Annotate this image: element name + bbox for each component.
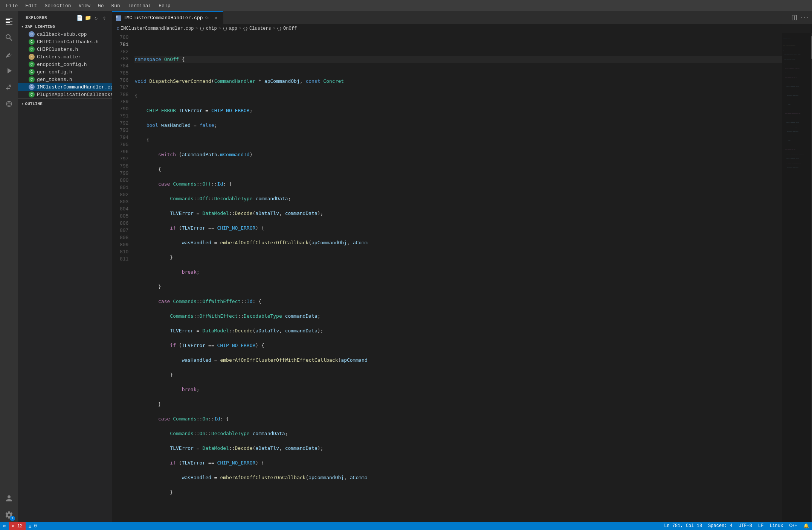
- source-control-activity-icon[interactable]: [2, 47, 16, 61]
- menu-edit[interactable]: Edit: [22, 2, 40, 9]
- new-folder-button[interactable]: 📁: [84, 14, 91, 21]
- language-status[interactable]: C++: [786, 522, 800, 530]
- outline-section: › OUTLINE: [18, 98, 112, 109]
- line-num-784: 784: [120, 62, 128, 70]
- file-endpoint-config[interactable]: C endpoint_config.h: [18, 61, 112, 68]
- code-line-811: }: [134, 489, 782, 496]
- breadcrumb-sep1: >: [195, 26, 198, 31]
- tab-im-cluster-command-handler[interactable]: C IMClusterCommandHandler.cpp 9+ ✕: [112, 11, 223, 24]
- file-im-cluster-command-handler[interactable]: C IMClusterCommandHandler.cpp 9+: [18, 83, 112, 91]
- code-line-801: if (TLVError == CHIP_NO_ERROR) {: [134, 342, 782, 349]
- code-line-797: }: [134, 283, 782, 290]
- file-label: Clusters.matter: [37, 54, 81, 60]
- code-line-804: break;: [134, 386, 782, 393]
- line-num-796: 796: [120, 148, 128, 155]
- outline-header[interactable]: › OUTLINE: [18, 100, 112, 108]
- code-line-792: TLVError = DataModel::Decode(aDataTlv, c…: [134, 210, 782, 217]
- extensions-activity-icon[interactable]: [2, 81, 16, 94]
- new-file-button[interactable]: 📄: [76, 14, 83, 21]
- encoding-status[interactable]: UTF-8: [736, 522, 755, 530]
- line-numbers: 780 781 782 783 784 785 786 787 788 789 …: [112, 33, 133, 522]
- code-line-795: }: [134, 254, 782, 261]
- file-icon-matter: ≡: [29, 54, 35, 60]
- menu-help[interactable]: Help: [156, 2, 173, 9]
- menubar: File Edit Selection View Go Run Terminal…: [0, 0, 812, 11]
- file-label: PluginApplicationCallbacks.h: [37, 92, 112, 97]
- line-num-799: 799: [120, 170, 128, 177]
- sidebar-actions: 📄 📁 ↻ ⇕: [76, 14, 108, 21]
- file-callback-stub[interactable]: C callback-stub.cpp: [18, 30, 112, 38]
- file-label: gen_tokens.h: [37, 77, 72, 82]
- tab-label: IMClusterCommandHandler.cpp: [124, 15, 203, 21]
- menu-run[interactable]: Run: [108, 2, 123, 9]
- menu-terminal[interactable]: Terminal: [125, 2, 154, 9]
- breadcrumb-sep3: >: [239, 26, 241, 31]
- line-num-789: 789: [120, 98, 128, 105]
- breadcrumb: C IMClusterCommandHandler.cpp > {} chip …: [112, 24, 812, 33]
- outline-label: OUTLINE: [25, 102, 43, 106]
- cursor-position[interactable]: Ln 781, Col 18: [661, 522, 705, 530]
- line-num-800: 800: [120, 177, 128, 184]
- file-label: gen_config.h: [37, 69, 72, 75]
- code-line-789: {: [134, 166, 782, 173]
- search-activity-icon[interactable]: [2, 31, 16, 44]
- line-num-786: 786: [120, 77, 128, 84]
- file-gen-tokens[interactable]: C gen_tokens.h: [18, 76, 112, 83]
- spaces-status[interactable]: Spaces: 4: [705, 522, 736, 530]
- breadcrumb-file[interactable]: IMClusterCommandHandler.cpp: [121, 26, 194, 31]
- code-line-800: TLVError = DataModel::Decode(aDataTlv, c…: [134, 327, 782, 334]
- code-block: namespace OnOff { void DispatchServerCom…: [134, 49, 782, 496]
- zap-lighting-section[interactable]: ▾ ZAP_LIGHTING: [18, 23, 112, 30]
- remote-status[interactable]: ⊗: [0, 522, 9, 530]
- code-line-785: CHIP_ERROR TLVError = CHIP_NO_ERROR;: [134, 107, 782, 114]
- file-icon-active-cpp: C: [29, 84, 35, 90]
- code-editor[interactable]: 780 781 782 783 784 785 786 787 788 789 …: [112, 33, 812, 522]
- breadcrumb-clusters[interactable]: Clusters: [249, 26, 271, 31]
- status-left: ⊗ ⊗ 12 △ 0: [0, 522, 40, 530]
- explorer-activity-icon[interactable]: [2, 14, 16, 28]
- line-num-793: 793: [120, 127, 128, 134]
- file-gen-config[interactable]: C gen_config.h: [18, 68, 112, 76]
- menu-selection[interactable]: Selection: [41, 2, 74, 9]
- file-chipClusters[interactable]: C CHIPClusters.h: [18, 46, 112, 53]
- file-icon-h: C: [29, 46, 35, 52]
- notifications-status[interactable]: 🔔: [800, 522, 812, 530]
- code-line-810: wasHandled = emberAfOnOffClusterOnCallba…: [134, 474, 782, 481]
- line-num-783: 783: [120, 55, 128, 62]
- menu-go[interactable]: Go: [95, 2, 107, 9]
- breadcrumb-chip[interactable]: chip: [206, 26, 217, 31]
- remote-activity-icon[interactable]: [2, 97, 16, 111]
- file-icon-h: C: [29, 61, 35, 67]
- spaces-text: Spaces: 4: [708, 523, 733, 528]
- collapse-all-button[interactable]: ⇕: [101, 14, 108, 21]
- breadcrumb-onoff[interactable]: OnOff: [283, 26, 297, 31]
- menu-file[interactable]: File: [3, 2, 21, 9]
- more-actions-button[interactable]: ···: [800, 13, 809, 22]
- warnings-status[interactable]: △ 0: [26, 522, 40, 530]
- run-activity-icon[interactable]: [2, 64, 16, 78]
- account-activity-icon[interactable]: [2, 492, 16, 505]
- file-plugin-application-callbacks[interactable]: C PluginApplicationCallbacks.h: [18, 91, 112, 98]
- code-content[interactable]: namespace OnOff { void DispatchServerCom…: [133, 33, 782, 522]
- file-label: callback-stub.cpp: [37, 32, 87, 37]
- file-icon-h: C: [29, 76, 35, 82]
- menu-view[interactable]: View: [76, 2, 93, 9]
- code-line-803: }: [134, 371, 782, 378]
- split-editor-button[interactable]: [790, 13, 799, 22]
- code-line-781: namespace OnOff {: [134, 56, 782, 63]
- minimap[interactable]: namespace OnOff { void DispatchServerCom…: [782, 33, 812, 522]
- line-ending-status[interactable]: LF: [755, 522, 766, 530]
- status-right: Ln 781, Col 18 Spaces: 4 UTF-8 LF Linux …: [661, 522, 812, 530]
- file-chipClientCallbacks[interactable]: C CHIPClientCallbacks.h: [18, 38, 112, 46]
- errors-status[interactable]: ⊗ 12: [9, 522, 26, 530]
- tab-close-button[interactable]: ✕: [212, 15, 219, 21]
- line-num-806: 806: [120, 220, 128, 227]
- refresh-button[interactable]: ↻: [93, 14, 99, 21]
- file-clusters-matter[interactable]: ≡ Clusters.matter: [18, 53, 112, 61]
- os-status[interactable]: Linux: [766, 522, 786, 530]
- settings-activity-icon[interactable]: [2, 508, 16, 522]
- encoding-text: UTF-8: [739, 523, 752, 528]
- breadcrumb-app[interactable]: app: [229, 26, 237, 31]
- code-line-782: [134, 70, 782, 78]
- position-text: Ln 781, Col 18: [664, 523, 702, 528]
